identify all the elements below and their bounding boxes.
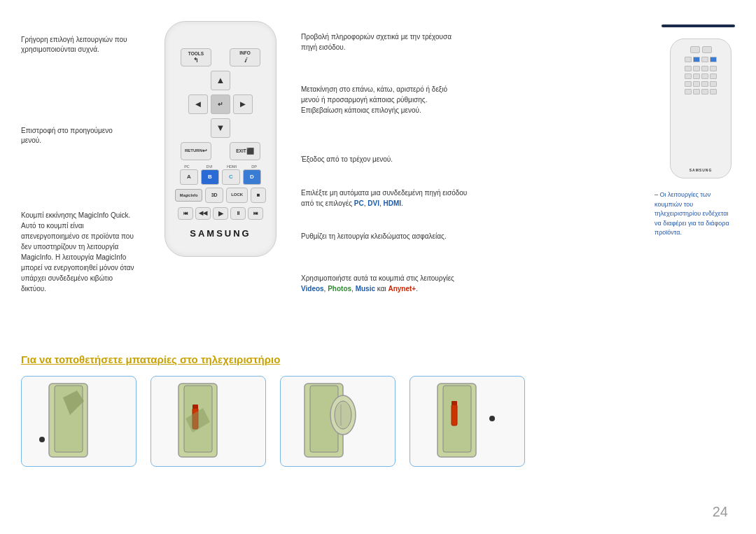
threed-button[interactable]: 3D bbox=[205, 188, 223, 203]
svg-rect-16 bbox=[451, 405, 457, 426]
rewind-button[interactable]: ◀◀ bbox=[195, 207, 211, 220]
annotation-lock: Ρυθμίζει τη λειτουργία κλειδώματος ασφαλ… bbox=[301, 231, 455, 241]
b-label: DVI bbox=[200, 164, 218, 169]
remote-brand: SAMSUNG bbox=[175, 228, 266, 239]
top-bar bbox=[662, 24, 735, 27]
tools-button[interactable]: TOOLS ↰ bbox=[181, 48, 211, 66]
d-label: DP bbox=[245, 164, 263, 169]
magicinfo-button[interactable]: MagicInfo bbox=[175, 189, 202, 202]
annotation-media: Χρησιμοποιήστε αυτά τα κουμπιά στις λειτ… bbox=[301, 273, 469, 294]
prev-button[interactable]: ⏮ bbox=[178, 207, 193, 220]
center-button[interactable]: ↵ bbox=[211, 94, 230, 114]
page-number: 24 bbox=[713, 504, 728, 520]
mini-remote-brand: SAMSUNG bbox=[690, 168, 713, 172]
a-button[interactable]: A bbox=[180, 169, 198, 185]
battery-step-3 bbox=[280, 376, 396, 467]
annotation-abcd: Επιλέξτε μη αυτόματα μια συνδεδεμένη πηγ… bbox=[301, 188, 469, 209]
right-arrow-button[interactable]: ► bbox=[233, 94, 253, 114]
svg-point-18 bbox=[489, 416, 495, 421]
battery-step-1 bbox=[21, 376, 136, 467]
annotation-magicinfo: Κουμπί εκκίνησης MagicInfo Quick. Αυτό τ… bbox=[21, 210, 139, 294]
info-button[interactable]: INFO 𝑖 bbox=[230, 48, 260, 66]
annotation-arrows: Μετακίνηση στο επάνω, κάτω, αριστερό ή δ… bbox=[301, 84, 462, 115]
svg-point-3 bbox=[39, 437, 45, 442]
annotation-exit: Έξοδος από το τρέχον μενού. bbox=[301, 154, 455, 164]
svg-point-12 bbox=[335, 401, 351, 429]
exit-button[interactable]: EXIT ⬛ bbox=[230, 142, 260, 160]
battery-steps bbox=[21, 376, 735, 467]
next-button[interactable]: ⏭ bbox=[248, 207, 263, 220]
battery-section: Για να τοποθετήσετε μπαταρίες στο τηλεχε… bbox=[0, 343, 756, 477]
d-button[interactable]: D bbox=[243, 169, 261, 185]
up-arrow-button[interactable]: ▲ bbox=[211, 71, 230, 90]
down-arrow-button[interactable]: ▼ bbox=[211, 118, 230, 138]
c-label: HDMI bbox=[223, 164, 241, 169]
battery-step-2 bbox=[150, 376, 266, 467]
battery-title: Για να τοποθετήσετε μπαταρίες στο τηλεχε… bbox=[21, 353, 735, 365]
svg-rect-17 bbox=[451, 401, 457, 405]
annotation-tools: Γρήγορη επιλογή λειτουργιών που χρησιμοπ… bbox=[21, 35, 133, 55]
left-arrow-button[interactable]: ◄ bbox=[188, 94, 208, 114]
remote-control: TOOLS ↰ INFO 𝑖 ▲ ◄ ↵ ► bbox=[164, 21, 276, 257]
svg-rect-7 bbox=[192, 405, 198, 409]
pause-button[interactable]: ⏸ bbox=[230, 207, 246, 220]
lock-button[interactable]: LOCK bbox=[226, 188, 248, 203]
stop-button[interactable]: ■ bbox=[251, 188, 266, 203]
play-button[interactable]: ▶ bbox=[213, 207, 228, 220]
note-text: – Οι λειτουργίες των κουμπιών του τηλεχε… bbox=[654, 190, 735, 238]
annotation-info: Προβολή πληροφοριών σχετικά με την τρέχο… bbox=[301, 31, 455, 52]
c-button[interactable]: C bbox=[222, 169, 240, 185]
annotation-return: Επιστροφή στο προηγούμενο μενού. bbox=[21, 126, 133, 146]
return-button[interactable]: RETURN ↩ bbox=[181, 142, 211, 160]
battery-step-4 bbox=[410, 376, 525, 467]
a-label: PC bbox=[178, 164, 196, 169]
b-button[interactable]: B bbox=[201, 169, 219, 185]
mini-remote: SAMSUNG bbox=[670, 38, 732, 178]
